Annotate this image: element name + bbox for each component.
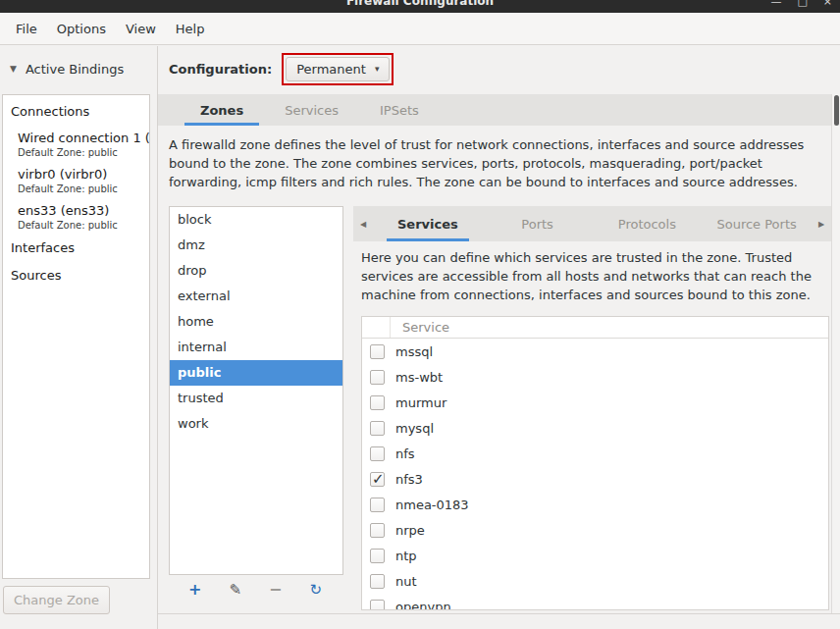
active-bindings-expander[interactable]: ▼ Active Bindings bbox=[10, 56, 124, 81]
chevron-down-icon: ▾ bbox=[375, 64, 380, 74]
zone-toolbar: + ✎ − ↻ bbox=[175, 575, 336, 604]
zone-description: A firewalld zone defines the level of tr… bbox=[169, 135, 836, 191]
menu-options[interactable]: Options bbox=[47, 17, 116, 41]
service-name: nfs bbox=[395, 446, 415, 461]
tree-section-interfaces[interactable]: Interfaces bbox=[3, 232, 149, 259]
zone-list-item-dmz[interactable]: dmz bbox=[170, 233, 342, 258]
services-table: Service mssql ms-wbt murmur mysql nfs nf… bbox=[361, 316, 829, 610]
service-checkbox[interactable] bbox=[370, 370, 385, 385]
service-name: mssql bbox=[395, 344, 433, 359]
service-row-nmea-0183[interactable]: nmea-0183 bbox=[362, 492, 828, 517]
zone-list-item-external[interactable]: external bbox=[170, 284, 342, 309]
maximize-icon[interactable]: □ bbox=[797, 0, 807, 8]
connection-zone-label: Default Zone: public bbox=[3, 182, 149, 195]
zone-list-item-home[interactable]: home bbox=[170, 309, 342, 335]
active-bindings-label: Active Bindings bbox=[26, 62, 124, 77]
configuration-label: Configuration: bbox=[169, 62, 272, 77]
service-checkbox[interactable] bbox=[370, 498, 385, 512]
configuration-value: Permanent bbox=[296, 62, 366, 77]
scrollbar-thumb[interactable] bbox=[834, 95, 839, 126]
service-checkbox[interactable] bbox=[370, 472, 385, 487]
service-row-openvpn[interactable]: openvpn bbox=[362, 594, 828, 610]
configuration-row: Configuration: Permanent ▾ bbox=[169, 53, 394, 84]
service-name: openvpn bbox=[395, 600, 451, 611]
tab-protocols[interactable]: Protocols bbox=[593, 206, 703, 241]
titlebar: Firewall Configuration — □ × bbox=[0, 0, 840, 13]
service-row-nut[interactable]: nut bbox=[362, 568, 828, 594]
zone-list-item-public[interactable]: public bbox=[170, 360, 342, 386]
checkbox-column-header bbox=[362, 317, 391, 338]
bottom-divider bbox=[158, 613, 840, 614]
service-checkbox[interactable] bbox=[370, 395, 385, 410]
tab-zones[interactable]: Zones bbox=[180, 94, 264, 126]
window-controls: — □ × bbox=[770, 0, 832, 13]
configuration-dropdown[interactable]: Permanent ▾ bbox=[286, 57, 390, 81]
zone-list-item-block[interactable]: block bbox=[170, 207, 342, 233]
service-checkbox[interactable] bbox=[370, 344, 385, 359]
service-row-murmur[interactable]: murmur bbox=[362, 390, 828, 415]
service-name: nfs3 bbox=[395, 472, 423, 487]
service-row-nfs3[interactable]: nfs3 bbox=[362, 466, 828, 492]
tab-scroll-left-icon[interactable]: ◀ bbox=[353, 206, 373, 241]
services-description: Here you can define which services are t… bbox=[361, 248, 826, 304]
service-name: ms-wbt bbox=[395, 370, 443, 385]
service-name: mysql bbox=[395, 421, 434, 436]
service-row-mssql[interactable]: mssql bbox=[362, 339, 828, 364]
zone-list-item-work[interactable]: work bbox=[170, 411, 342, 437]
zone-list-item-internal[interactable]: internal bbox=[170, 335, 342, 360]
close-icon[interactable]: × bbox=[823, 0, 832, 8]
tree-section-connections[interactable]: Connections bbox=[3, 95, 149, 123]
tab-services-detail[interactable]: Services bbox=[373, 206, 483, 241]
service-row-mysql[interactable]: mysql bbox=[362, 415, 828, 441]
tab-ports[interactable]: Ports bbox=[483, 206, 593, 241]
main-tab-strip: Zones Services IPSets bbox=[158, 94, 831, 126]
annotation-highlight: Permanent ▾ bbox=[282, 53, 394, 85]
service-row-nfs[interactable]: nfs bbox=[362, 441, 828, 466]
service-checkbox[interactable] bbox=[370, 421, 385, 436]
firewall-configuration-window: Firewall Configuration — □ × File Option… bbox=[0, 0, 840, 629]
menubar: File Options View Help bbox=[0, 13, 840, 45]
service-name: ntp bbox=[395, 549, 417, 563]
zone-list-item-trusted[interactable]: trusted bbox=[170, 386, 342, 411]
connection-item-wired[interactable]: Wired connection 1 ( bbox=[3, 123, 149, 145]
menu-file[interactable]: File bbox=[6, 17, 47, 41]
service-checkbox[interactable] bbox=[370, 549, 385, 563]
service-row-ntp[interactable]: ntp bbox=[362, 543, 828, 568]
tree-section-sources[interactable]: Sources bbox=[3, 259, 149, 287]
tab-scroll-right-icon[interactable]: ▶ bbox=[812, 206, 831, 241]
service-row-nrpe[interactable]: nrpe bbox=[362, 517, 828, 543]
service-column-header[interactable]: Service bbox=[391, 320, 449, 335]
service-checkbox[interactable] bbox=[370, 446, 385, 461]
service-checkbox[interactable] bbox=[370, 600, 385, 611]
services-table-header: Service bbox=[362, 317, 828, 339]
zone-list-item-drop[interactable]: drop bbox=[170, 258, 342, 284]
service-checkbox[interactable] bbox=[370, 574, 385, 589]
service-name: murmur bbox=[395, 395, 446, 410]
menu-view[interactable]: View bbox=[116, 17, 166, 41]
service-checkbox[interactable] bbox=[370, 523, 385, 538]
service-name: nmea-0183 bbox=[395, 498, 469, 512]
window-title: Firewall Configuration bbox=[346, 0, 494, 8]
active-bindings-panel: Connections Wired connection 1 ( Default… bbox=[2, 94, 150, 579]
connection-zone-label: Default Zone: public bbox=[3, 218, 149, 232]
connection-item-ens33[interactable]: ens33 (ens33) bbox=[3, 195, 149, 218]
menu-help[interactable]: Help bbox=[166, 17, 215, 41]
zone-list: block dmz drop external home internal pu… bbox=[169, 206, 343, 575]
service-name: nut bbox=[395, 574, 417, 589]
edit-zone-button pencil-icon[interactable]: ✎ bbox=[225, 579, 245, 602]
reload-zone-button reload-icon[interactable]: ↻ bbox=[305, 579, 326, 602]
connection-zone-label: Default Zone: public bbox=[3, 145, 149, 159]
minimize-icon[interactable]: — bbox=[770, 0, 781, 8]
change-zone-button[interactable]: Change Zone bbox=[3, 586, 110, 614]
tab-services[interactable]: Services bbox=[264, 94, 359, 126]
add-zone-button plus-icon[interactable]: + bbox=[184, 578, 205, 602]
remove-zone-button minus-icon[interactable]: − bbox=[265, 578, 286, 602]
service-row-ms-wbt[interactable]: ms-wbt bbox=[362, 364, 828, 390]
connection-item-virbr0[interactable]: virbr0 (virbr0) bbox=[3, 159, 149, 182]
tab-ipsets[interactable]: IPSets bbox=[359, 94, 440, 126]
tab-source-ports[interactable]: Source Ports bbox=[702, 206, 812, 241]
chevron-down-icon: ▼ bbox=[10, 64, 17, 74]
vertical-scrollbar[interactable] bbox=[831, 94, 840, 613]
sidebar-divider bbox=[157, 46, 158, 629]
detail-tab-strip: ◀ Services Ports Protocols Source Ports … bbox=[353, 206, 831, 241]
